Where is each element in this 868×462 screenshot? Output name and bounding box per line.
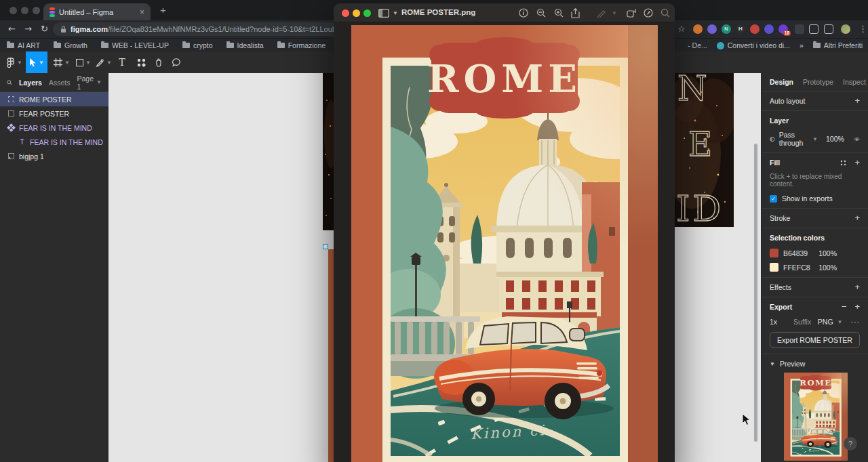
tab-inspect[interactable]: Inspect	[843, 78, 866, 86]
sidebar-toggle-icon[interactable]	[378, 8, 389, 20]
tab-layers[interactable]: Layers	[19, 79, 42, 87]
bookmark-item[interactable]: WEB - LEVEL-UP	[101, 41, 169, 49]
selection-color-row[interactable]: FFEFC8 100%	[770, 263, 860, 272]
bookmark-item[interactable]: Formazione	[277, 41, 326, 49]
bookmarks-overflow-chevron[interactable]: »	[800, 41, 804, 49]
chevron-down-icon[interactable]: ▼	[393, 10, 398, 16]
fear-poster-artwork[interactable]: N E ID	[675, 73, 734, 227]
caret-down-icon[interactable]: ▼	[770, 361, 775, 367]
rotate-icon[interactable]	[627, 8, 637, 20]
color-hex[interactable]: FFEFC8	[783, 264, 810, 272]
export-scale[interactable]: 1x	[770, 318, 777, 326]
export-suffix-input[interactable]: Suffix	[793, 318, 814, 326]
browser-menu-icon[interactable]: ⋮	[859, 24, 867, 34]
color-opacity[interactable]: 100%	[818, 264, 860, 272]
extension-icon-3[interactable]	[764, 24, 774, 34]
search-icon[interactable]	[7, 79, 12, 86]
blend-mode-value[interactable]: Pass through	[779, 131, 808, 147]
window-minimize-icon[interactable]	[21, 7, 28, 14]
visibility-eye-icon[interactable]	[854, 136, 860, 142]
color-swatch-red[interactable]	[770, 249, 778, 257]
reload-icon[interactable]: ↻	[41, 24, 48, 34]
layer-row-text[interactable]: T FEAR IS IN THE MIND	[0, 135, 108, 149]
zoom-in-icon[interactable]	[554, 8, 564, 20]
extension-icon-1[interactable]	[693, 24, 703, 34]
text-tool-button[interactable]: T	[114, 51, 130, 73]
search-icon[interactable]	[660, 8, 670, 20]
shape-tool-button[interactable]: ▼	[73, 51, 94, 73]
add-export-icon[interactable]: +	[854, 303, 860, 310]
bookmark-item-converter[interactable]: Converti i video di...	[717, 41, 790, 49]
extension-h-icon[interactable]: H	[736, 24, 745, 34]
blend-mode-icon[interactable]	[770, 135, 775, 143]
minimize-icon[interactable]	[353, 9, 360, 17]
frame-tool-button[interactable]: ▼	[52, 51, 72, 73]
profile-avatar[interactable]	[841, 24, 850, 34]
zoom-out-icon[interactable]	[536, 8, 546, 20]
figma-menu-button[interactable]: ▼	[4, 51, 24, 73]
info-icon[interactable]	[519, 8, 528, 20]
export-more-icon[interactable]: ···	[851, 318, 861, 326]
forward-icon[interactable]: →	[24, 24, 32, 34]
remove-export-icon[interactable]: −	[842, 303, 847, 310]
tab-assets[interactable]: Assets	[49, 79, 71, 87]
add-effect-icon[interactable]: +	[854, 284, 860, 291]
chevron-down-icon[interactable]: ▼	[837, 319, 843, 325]
add-auto-layout-icon[interactable]: +	[854, 98, 860, 104]
bookmark-folder-altri[interactable]: Altri Preferiti	[813, 41, 863, 49]
side-panel-icon[interactable]	[824, 24, 833, 34]
selection-handle[interactable]	[323, 244, 328, 249]
bookmark-item[interactable]: Growth	[54, 41, 87, 49]
window-zoom-icon[interactable]	[33, 7, 40, 14]
layer-opacity-value[interactable]: 100%	[826, 135, 844, 143]
tab-close-icon[interactable]: ×	[140, 7, 144, 17]
browser-tab[interactable]: Untitled – Figma ×	[43, 3, 151, 20]
extension-icon-4[interactable]	[795, 24, 804, 34]
layer-row-fear-poster[interactable]: FEAR POSTER	[0, 106, 108, 121]
extension-key-icon[interactable]	[750, 24, 760, 34]
share-icon[interactable]	[571, 8, 580, 21]
bookmark-item[interactable]: Idealista	[226, 41, 264, 49]
color-swatch-cream[interactable]	[770, 263, 778, 272]
bookmark-item-partial[interactable]: - De...	[688, 41, 707, 49]
window-close-icon[interactable]	[9, 7, 17, 14]
move-tool-button[interactable]: ▼	[26, 51, 47, 73]
tab-prototype[interactable]: Prototype	[803, 78, 833, 86]
layer-row-bigjpg[interactable]: bigjpg 1	[0, 149, 108, 163]
tab-design[interactable]: Design	[770, 78, 793, 86]
help-button[interactable]: ?	[844, 437, 857, 450]
export-format[interactable]: PNG	[818, 318, 833, 326]
close-icon[interactable]	[342, 9, 349, 17]
show-in-exports-checkbox[interactable]: ✓	[770, 195, 777, 203]
maximize-icon[interactable]	[363, 9, 371, 17]
chevron-down-icon[interactable]: ▼	[812, 136, 818, 142]
extensions-puzzle-icon[interactable]	[809, 24, 818, 34]
extension-notion-icon[interactable]: N	[722, 24, 731, 34]
color-opacity[interactable]: 100%	[818, 249, 860, 257]
bookmark-item[interactable]: crypto	[182, 41, 213, 49]
hand-tool-button[interactable]	[151, 51, 167, 73]
fear-poster-left-sliver[interactable]	[323, 73, 334, 230]
layer-row-rome-poster[interactable]: ROME POSTER	[0, 92, 108, 106]
rome-poster-image[interactable]	[351, 25, 658, 462]
canvas-scrollbar[interactable]	[754, 144, 757, 442]
preview-titlebar[interactable]: ▼ ROME POSTER.png ▼	[334, 3, 675, 22]
resources-tool-button[interactable]	[133, 51, 149, 73]
selection-color-row[interactable]: B64839 100%	[770, 249, 860, 257]
bookmark-star-icon[interactable]: ☆	[677, 24, 686, 34]
add-stroke-icon[interactable]: +	[854, 215, 860, 222]
extension-icon-2[interactable]	[707, 24, 717, 34]
color-hex[interactable]: B64839	[783, 249, 808, 257]
layer-row-component[interactable]: FEAR IS IN THE MIND	[0, 121, 108, 135]
rome-poster-canvas-sliver[interactable]	[328, 249, 334, 462]
styles-icon[interactable]	[840, 160, 846, 166]
export-preview-thumbnail[interactable]	[784, 373, 848, 461]
page-selector[interactable]: Page 1 ▼	[77, 75, 102, 91]
bookmark-item[interactable]: AI ART	[7, 41, 40, 49]
new-tab-button[interactable]: +	[160, 4, 166, 16]
pen-tool-button[interactable]: ▼	[94, 51, 114, 73]
markup-toolbar-icon[interactable]	[644, 8, 653, 20]
export-rome-poster-button[interactable]: Export ROME POSTER	[770, 332, 860, 348]
back-icon[interactable]: ←	[8, 24, 16, 34]
extension-badged-icon[interactable]: 18	[778, 24, 788, 34]
